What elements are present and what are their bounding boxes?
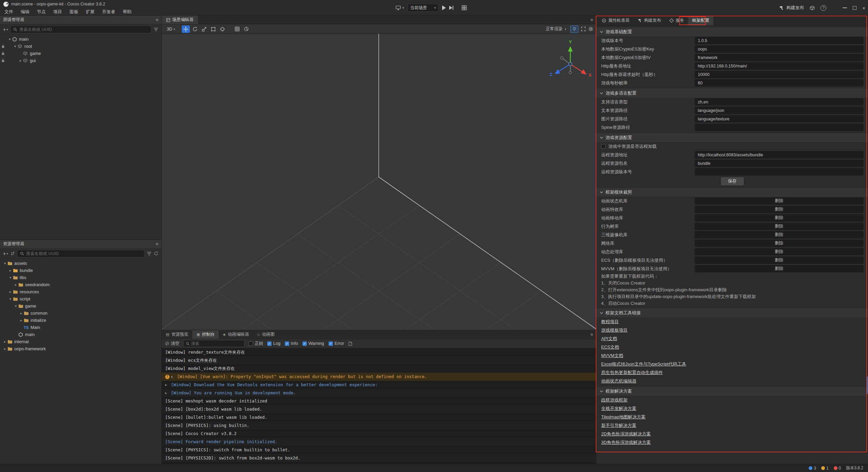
console-tab[interactable]: ▣控制台: [192, 330, 219, 339]
scene-select[interactable]: 当前场景 ▾: [408, 4, 439, 12]
lock-icon[interactable]: [0, 44, 6, 48]
console-row[interactable]: [Scene] [PHYSICS]: using builtin.: [162, 421, 596, 430]
add-asset-button[interactable]: +▾: [3, 251, 8, 256]
chevron-down-icon[interactable]: ▾: [13, 44, 18, 48]
asset-tree-row[interactable]: ▾assets: [0, 260, 161, 267]
filter-checkbox-warning[interactable]: ✓Warning: [302, 341, 324, 346]
section-header[interactable]: 游戏基础配置: [596, 27, 868, 36]
close-button[interactable]: ×: [862, 5, 865, 11]
panel-menu-icon[interactable]: ≡: [590, 17, 593, 22]
inspector-tab[interactable]: 属性检查器: [598, 16, 634, 25]
menu-item[interactable]: 节点: [33, 9, 50, 15]
console-row[interactable]: [Scene] Forward render pipeline initiali…: [162, 438, 596, 446]
filter-icon[interactable]: [154, 27, 158, 32]
asset-tree-row[interactable]: ▸bundle: [0, 267, 161, 274]
scene-light-toggle[interactable]: [570, 25, 578, 33]
field-input[interactable]: [695, 107, 863, 114]
menu-item[interactable]: 扩展: [82, 9, 98, 15]
console-row[interactable]: [Window] render_texture文件夹存在: [162, 348, 596, 356]
hierarchy-search-input[interactable]: [19, 27, 149, 32]
play-button[interactable]: [442, 5, 446, 10]
menu-item[interactable]: 项目: [50, 9, 66, 15]
menu-item[interactable]: 编辑: [17, 9, 33, 15]
chevron-right-icon[interactable]: ▸: [2, 347, 7, 351]
asset-tree-row[interactable]: main: [0, 331, 161, 338]
section-header[interactable]: 框架解决方案: [596, 387, 868, 396]
assets-search-input[interactable]: [26, 251, 142, 256]
filter-checkbox-info[interactable]: ✓Info: [285, 341, 298, 346]
sort-icon[interactable]: [11, 251, 15, 256]
help-icon[interactable]: ?: [821, 5, 826, 11]
checkbox-icon[interactable]: [601, 144, 606, 149]
field-input[interactable]: [695, 37, 863, 44]
console-row[interactable]: ▶[Window] You are running Vue in develop…: [162, 389, 596, 397]
doc-link[interactable]: 原生包热更新配置自动生成插件: [601, 370, 663, 376]
doc-link[interactable]: 游戏模板项目: [601, 327, 628, 333]
field-input[interactable]: [695, 151, 863, 158]
console-tab[interactable]: ◇动画图: [253, 330, 279, 339]
maximize-button[interactable]: [853, 6, 856, 10]
field-input[interactable]: [695, 79, 863, 86]
error-count[interactable]: 0: [834, 466, 841, 471]
clear-console-button[interactable]: 清空: [165, 341, 179, 347]
asset-tree-row[interactable]: ▸resources: [0, 288, 161, 295]
chevron-right-icon[interactable]: ▸: [8, 269, 13, 272]
menu-item[interactable]: 帮助: [119, 9, 135, 15]
asset-tree-row[interactable]: ▾libs: [0, 274, 161, 281]
package-icon[interactable]: [810, 5, 815, 11]
expand-caret-icon[interactable]: ▶: [171, 373, 175, 381]
console-row[interactable]: [Scene] meshopt wasm decoder initialized: [162, 397, 596, 405]
preview-platform-select[interactable]: ▾: [395, 5, 404, 10]
field-input[interactable]: [695, 124, 863, 131]
remote-load-checkbox-row[interactable]: 游戏中资源是否远程加载: [596, 142, 868, 151]
lock-icon[interactable]: [0, 59, 6, 62]
field-input[interactable]: [695, 45, 863, 53]
warning-count[interactable]: 1: [821, 466, 829, 471]
console-row[interactable]: [Scene] Cocos Creator v3.8.2: [162, 430, 596, 438]
preview-grid-button[interactable]: [461, 5, 467, 11]
asset-tree-row[interactable]: TSMain: [0, 324, 161, 331]
asset-tree-row[interactable]: ▸common: [0, 310, 161, 317]
chevron-down-icon[interactable]: ▾: [7, 37, 12, 41]
console-search-input[interactable]: [191, 341, 242, 346]
doc-link[interactable]: 教程项目: [601, 319, 619, 325]
console-row[interactable]: !▶[Window] [Vue warn]: Property "onInput…: [162, 373, 596, 381]
lock-icon[interactable]: [0, 52, 6, 55]
scrollbar-thumb[interactable]: [866, 376, 868, 394]
inspector-tab[interactable]: 服务: [665, 16, 688, 25]
chevron-down-icon[interactable]: ▾: [2, 261, 7, 265]
delete-module-button[interactable]: 删除: [695, 206, 863, 213]
add-node-button[interactable]: +▾: [3, 27, 8, 32]
field-input[interactable]: [695, 168, 863, 175]
viewport[interactable]: Y X Z: [162, 34, 596, 330]
console-row[interactable]: [Window] model_view文件夹存在: [162, 365, 596, 373]
panel-menu-icon[interactable]: ≡: [156, 241, 158, 247]
console-row[interactable]: [Window] ecs文件夹存在: [162, 356, 596, 365]
doc-link[interactable]: Tiledmap地图解决方案: [601, 414, 646, 420]
menu-item[interactable]: 开发者: [98, 9, 119, 15]
assets-search[interactable]: [17, 250, 144, 257]
refresh-icon[interactable]: [154, 251, 158, 256]
field-input[interactable]: [695, 62, 863, 70]
info-count[interactable]: 3: [809, 466, 816, 471]
menu-item[interactable]: 面板: [66, 9, 82, 15]
field-input[interactable]: [695, 54, 863, 61]
field-input[interactable]: [695, 98, 863, 105]
hierarchy-tree-row[interactable]: ▸gui: [0, 57, 161, 64]
filter-icon[interactable]: [147, 252, 152, 256]
console-row[interactable]: [Scene] [bullet]:bullet wasm lib loaded.: [162, 413, 596, 421]
frame-icon[interactable]: [581, 26, 586, 32]
doc-link[interactable]: 战棋游戏框架: [601, 397, 628, 403]
asset-tree-row[interactable]: ▸internal: [0, 338, 161, 345]
panel-menu-icon[interactable]: ≡: [590, 332, 593, 337]
delete-module-button[interactable]: 删除: [695, 240, 863, 247]
hierarchy-search[interactable]: [11, 26, 151, 33]
gear-icon[interactable]: [588, 26, 593, 32]
rotate-tool[interactable]: [191, 25, 199, 33]
section-header[interactable]: 游戏资源配置: [596, 133, 868, 142]
filter-checkbox-error[interactable]: ✓Error: [329, 341, 344, 346]
scene-editor-tab[interactable]: 场景编辑器: [162, 16, 198, 24]
console-row[interactable]: [Scene] [PHYSICS]: switch from builtin t…: [162, 446, 596, 454]
rect-tool[interactable]: [209, 25, 217, 33]
hierarchy-tree-row[interactable]: ▾root: [0, 43, 161, 50]
